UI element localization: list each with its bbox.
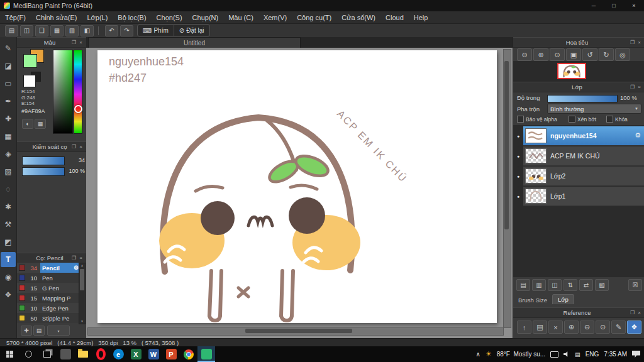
layer-visibility-icon[interactable]: ● [513, 174, 523, 178]
vertical-scrollbar-thumb[interactable] [504, 61, 509, 229]
brush-row[interactable]: 15 G Pen [17, 283, 80, 293]
new-layer-icon[interactable]: ▤ [516, 279, 530, 291]
brush-row[interactable]: 15 Mapping P [17, 293, 80, 303]
taskbar-excel[interactable]: X [127, 346, 145, 362]
comment-icon[interactable]: ❑ [35, 25, 48, 36]
add-brush-icon[interactable]: ✚ [21, 326, 32, 336]
layer-row[interactable]: ● Lớp2 [513, 167, 644, 185]
hue-marker[interactable] [74, 105, 82, 113]
ref-hand-icon[interactable]: ❖ [627, 321, 641, 334]
nav-rotate-ccw-icon[interactable]: ↺ [582, 48, 597, 61]
volume-icon[interactable] [564, 351, 570, 358]
popout-icon[interactable]: ❐ [70, 40, 77, 45]
tab-brush-size[interactable]: Brush Size [518, 297, 547, 304]
clock[interactable]: 7:35 AM [604, 351, 627, 358]
taskbar-app-generic[interactable] [57, 346, 74, 362]
taskbar-word[interactable]: W [145, 346, 162, 362]
protect-alpha-checkbox[interactable]: Bảo vệ alpha [517, 116, 557, 123]
pen-tool[interactable]: ✒ [1, 94, 16, 109]
delete-layer-icon[interactable]: ☒ [628, 279, 642, 291]
save-icon[interactable]: ◫ [20, 25, 33, 36]
brush-row[interactable]: 10 Edge Pen [17, 303, 80, 313]
ref-pick-icon[interactable]: ✎ [611, 321, 626, 334]
taskbar-opera[interactable] [92, 346, 109, 362]
brush-tool[interactable]: ✎ [1, 41, 16, 56]
layer-visibility-icon[interactable]: ● [513, 154, 523, 158]
menu-xem[interactable]: Xem(V) [258, 11, 292, 23]
shortcut-keys-button[interactable]: ⌨ Phím [138, 25, 174, 36]
lasso-tool[interactable]: ◌ [1, 182, 16, 197]
close-icon[interactable]: × [636, 310, 643, 315]
main-color-swatch[interactable] [23, 54, 37, 68]
magic-wand-tool[interactable]: ✱ [1, 199, 16, 214]
saturation-value-picker[interactable] [53, 50, 73, 134]
nav-zoom-out-icon[interactable]: ⊖ [517, 48, 532, 61]
menu-help[interactable]: Help [409, 11, 433, 23]
horizontal-scrollbar-thumb[interactable] [245, 329, 352, 333]
taskbar-chrome[interactable] [180, 346, 197, 362]
close-icon[interactable]: × [636, 84, 643, 90]
menu-chinh-sua[interactable]: Chỉnh sửa(E) [31, 11, 82, 23]
scroll-down-icon[interactable]: ▼ [79, 319, 85, 324]
layer-row[interactable]: ● ACP EM IK CHÚ [513, 146, 644, 165]
popout-icon[interactable]: ❐ [70, 255, 77, 261]
blend-mode-select[interactable]: Bình thường ▼ [547, 104, 641, 114]
brush-folder-icon[interactable]: ▤ [33, 326, 45, 336]
brush-list-scrollbar[interactable]: ▲ ▼ [79, 263, 86, 324]
layer-opacity-slider[interactable] [547, 95, 618, 102]
menu-chon[interactable]: Chọn(S) [152, 11, 187, 23]
canvas-vertical-scrollbar[interactable] [503, 49, 511, 328]
swatch-grid-icon[interactable]: ▦ [35, 119, 46, 129]
language-indicator[interactable]: ENG [586, 351, 599, 358]
tab-lop[interactable]: Lớp [552, 294, 574, 304]
taskbar-edge[interactable]: e [109, 346, 127, 362]
eraser-tool[interactable]: ◪ [1, 58, 16, 74]
brush-row[interactable]: 10 Pen [17, 273, 80, 283]
close-button[interactable]: × [624, 0, 644, 11]
bucket-tool[interactable]: ◈ [1, 146, 16, 162]
navigator-view-rect[interactable] [557, 63, 586, 79]
network-icon[interactable] [550, 351, 558, 358]
ref-folder-icon[interactable]: ▤ [533, 321, 547, 334]
minimize-button[interactable]: ─ [584, 0, 604, 11]
nav-zoom-in-icon[interactable]: ⊕ [533, 48, 548, 61]
popout-icon[interactable]: ❐ [629, 310, 636, 315]
text-tool[interactable]: T [1, 252, 16, 267]
taskbar-powerpoint[interactable]: P [162, 346, 180, 362]
operation-tool[interactable]: ⚒ [1, 217, 16, 232]
scrollbar-thumb[interactable] [80, 269, 84, 290]
image-icon[interactable]: ▦ [50, 25, 64, 36]
select-tool[interactable]: ▦ [1, 129, 16, 144]
start-button[interactable] [0, 346, 19, 362]
layer-visibility-icon[interactable]: ● [513, 194, 523, 199]
eyedropper-tool[interactable]: ◉ [1, 270, 16, 285]
canvas-page[interactable]: nguyenhue154 #hd247 ACP EM IK CHÚ [97, 50, 497, 323]
document-tab[interactable]: Untitled [88, 37, 301, 48]
layer-settings-gear-icon[interactable]: ⚙ [635, 131, 644, 140]
reorder-layer-icon[interactable]: ⇅ [564, 279, 577, 291]
transfer-layer-icon[interactable]: ⇄ [579, 279, 593, 291]
menu-lop[interactable]: Lớp(L) [82, 11, 113, 23]
nav-zoom-actual-icon[interactable]: ⊙ [550, 48, 565, 61]
scroll-up-icon[interactable]: ▲ [79, 263, 85, 268]
ref-zoom-out-icon[interactable]: ⊖ [580, 321, 594, 334]
taskbar-medibang[interactable] [197, 346, 215, 362]
popout-icon[interactable]: ❐ [629, 40, 636, 45]
close-icon[interactable]: × [77, 144, 84, 150]
menu-cloud[interactable]: Cloud [380, 11, 409, 23]
nav-rotate-cw-icon[interactable]: ↻ [599, 48, 614, 61]
divide-tool[interactable]: ◩ [1, 234, 16, 250]
navigator-preview[interactable] [513, 61, 644, 82]
menu-bo-loc[interactable]: Bộ lọc(B) [113, 11, 151, 23]
move-tool[interactable]: ✚ [1, 111, 16, 126]
maximize-button[interactable]: □ [604, 0, 624, 11]
menu-cong-cu[interactable]: Công cụ(T) [292, 11, 336, 23]
gradient-tool[interactable]: ▨ [1, 164, 16, 179]
brush-size-slider[interactable] [22, 156, 65, 165]
palette-icon[interactable]: ◐ [22, 119, 33, 129]
hue-slider[interactable] [74, 50, 82, 134]
ref-clear-icon[interactable]: × [548, 321, 563, 334]
hand-tool[interactable]: ❖ [1, 287, 16, 302]
layer-visibility-icon[interactable]: ● [513, 134, 523, 138]
layer-row[interactable]: ● nguyenhue154 ⚙ [513, 126, 644, 145]
